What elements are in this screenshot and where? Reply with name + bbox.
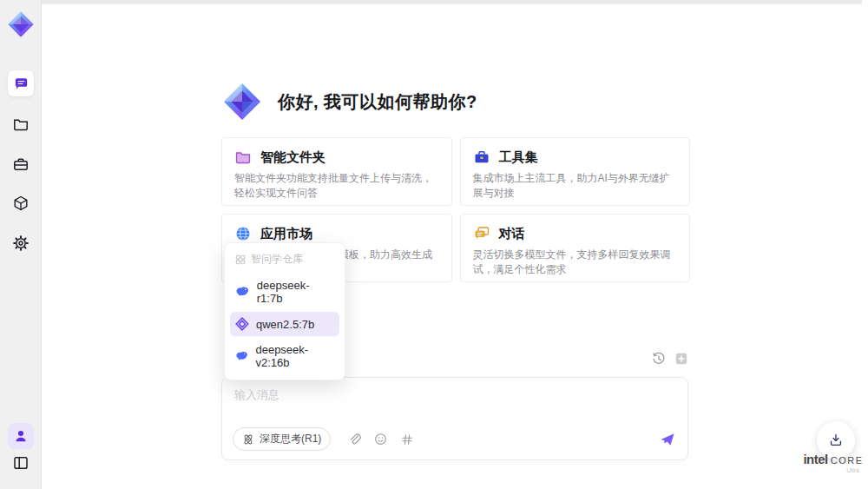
model-option-qwen[interactable]: qwen2.5:7b — [230, 312, 339, 336]
intel-wordmark: intel — [803, 452, 827, 466]
model-option-deepseek-r1[interactable]: deepseek-r1:7b — [230, 274, 339, 310]
new-chat-icon — [674, 352, 688, 366]
ultra-badge: Ultra — [804, 467, 863, 473]
sidebar-item-folders[interactable] — [8, 111, 34, 137]
message-composer[interactable]: 输入消息 深度思考(R1) — [221, 377, 688, 460]
sidebar-item-models[interactable] — [8, 190, 34, 216]
attach-button[interactable] — [347, 432, 362, 446]
user-icon — [13, 428, 29, 444]
sidebar-item-tools[interactable] — [8, 151, 34, 177]
sidebar-item-collapse[interactable] — [8, 450, 34, 476]
deep-think-label: 深度思考(R1) — [260, 432, 321, 446]
card-description: 智能文件夹功能支持批量文件上传与清洗，轻松实现文件问答 — [234, 171, 439, 201]
intel-core-logo: intel CORE Ultra — [804, 452, 863, 473]
send-icon — [660, 433, 675, 446]
card-toolset[interactable]: 工具集 集成市场上主流工具，助力AI与外界无缝扩展与对接 — [460, 137, 691, 206]
download-icon — [827, 432, 845, 449]
sidebar-item-settings[interactable] — [8, 230, 34, 256]
card-description: 集成市场上主流工具，助力AI与外界无缝扩展与对接 — [473, 171, 678, 201]
briefcase-icon — [12, 155, 30, 173]
top-strip — [42, 0, 862, 4]
card-title: 对话 — [499, 226, 525, 242]
panel-toggle-icon — [12, 454, 30, 472]
qwen-icon — [235, 317, 249, 331]
app-window: 你好, 我可以如何帮助你? 智能文件夹 智能文件夹功能支持批量文件上传与清洗，轻… — [0, 0, 868, 489]
model-dropdown: 智问学仓库 deepseek-r1:7b qwen2.5:7b deepseek… — [224, 242, 345, 380]
chat-toolbar — [651, 351, 688, 366]
deepseek-whale-icon — [235, 349, 248, 364]
core-wordmark: CORE — [831, 455, 864, 466]
model-option-deepseek-v2[interactable]: deepseek-v2:16b — [230, 338, 339, 374]
gear-icon — [12, 235, 30, 252]
history-icon — [652, 352, 666, 366]
toolbox-card-icon — [473, 149, 490, 166]
card-conversation[interactable]: 对话 灵活切换多模型文件，支持多样回复效果调试，满足个性化需求 — [460, 214, 691, 282]
card-title: 智能文件夹 — [260, 149, 326, 166]
sidebar-item-chat[interactable] — [8, 70, 34, 96]
model-option-label: qwen2.5:7b — [256, 318, 314, 331]
folder-card-icon — [234, 149, 252, 166]
cube-icon — [12, 195, 30, 212]
folder-icon — [12, 116, 30, 133]
app-logo-icon — [7, 10, 35, 38]
page-title: 你好, 我可以如何帮助你? — [278, 90, 477, 114]
deepseek-whale-icon — [235, 285, 250, 300]
sidebar — [0, 0, 42, 489]
greeting-block: 你好, 我可以如何帮助你? — [222, 82, 477, 122]
sidebar-item-account[interactable] — [8, 423, 34, 449]
card-title: 应用市场 — [260, 226, 312, 242]
emoji-button[interactable] — [373, 432, 388, 446]
deep-think-toggle[interactable]: 深度思考(R1) — [233, 427, 331, 451]
composer-toolbar: 深度思考(R1) — [233, 427, 675, 451]
new-chat-button[interactable] — [674, 351, 688, 366]
prompt-library-button[interactable] — [399, 432, 414, 446]
model-option-label: deepseek-r1:7b — [257, 279, 334, 305]
repo-icon — [235, 254, 246, 265]
model-dropdown-header-label: 智问学仓库 — [251, 252, 303, 267]
card-description: 灵活切换多模型文件，支持多样回复效果调试，满足个性化需求 — [473, 248, 678, 277]
hash-icon — [401, 433, 413, 446]
model-option-label: deepseek-v2:16b — [255, 343, 334, 369]
model-dropdown-header: 智问学仓库 — [230, 248, 339, 272]
emoji-icon — [374, 433, 387, 446]
send-button[interactable] — [660, 433, 675, 446]
atom-icon — [242, 433, 254, 446]
gem-logo-icon — [222, 82, 262, 122]
history-button[interactable] — [651, 351, 666, 366]
market-card-icon — [234, 225, 252, 242]
card-title: 工具集 — [499, 149, 538, 166]
chat-bubble-icon — [13, 76, 30, 92]
chat-card-icon — [473, 225, 490, 242]
paperclip-icon — [348, 433, 361, 446]
card-smart-folder[interactable]: 智能文件夹 智能文件夹功能支持批量文件上传与清洗，轻松实现文件问答 — [221, 137, 452, 206]
composer-placeholder: 输入消息 — [234, 387, 279, 403]
